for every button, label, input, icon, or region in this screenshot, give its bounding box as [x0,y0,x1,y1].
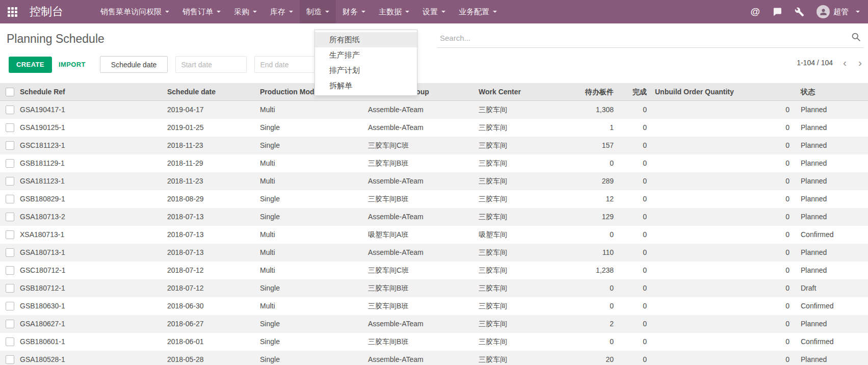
cell-schedule-ref: GSB180829-1 [18,190,163,208]
cell-pending-boards: 2 [557,315,617,333]
column-header-schedule-ref[interactable]: Schedule Ref [18,83,163,100]
row-checkbox[interactable] [6,159,14,168]
table-row[interactable]: GSC180712-1 2018-07-12 Multi 三胶车间C班 三胶车间… [0,262,868,279]
cell-pending-boards: 0 [557,297,617,315]
search-icon[interactable] [851,32,861,44]
dropdown-menu-item[interactable]: 拆解单 [315,78,417,93]
chevron-down-icon [361,11,365,13]
column-header-pending-boards[interactable]: 待办板件 [557,83,617,100]
row-checkbox[interactable] [6,141,14,150]
row-checkbox[interactable] [6,302,14,310]
column-header-done[interactable]: 完成 [617,83,650,100]
cell-unbuild-order-quantity: 0 [650,297,795,315]
cell-done: 0 [617,172,650,190]
cell-unbuild-order-quantity: 0 [650,279,795,297]
cell-production-group: Assemble-ATeam [365,172,474,190]
cell-production-group: Assemble-ATeam [365,208,474,226]
row-checkbox[interactable] [6,213,14,221]
menu-item-label: 制造 [306,7,322,17]
cell-unbuild-order-quantity: 0 [650,172,795,190]
table-row[interactable]: GSA180713-1 2018-07-13 Multi Assemble-AT… [0,244,868,262]
start-date-input[interactable] [175,56,247,73]
menu-item[interactable]: 库存 [264,0,300,23]
search-input[interactable] [437,34,851,42]
row-checkbox[interactable] [6,123,14,132]
cell-unbuild-order-quantity: 0 [650,333,795,351]
menu-item[interactable]: 采购 [227,0,264,23]
menu-item-label: 库存 [270,7,285,17]
column-header-schedule-date[interactable]: Schedule date [163,83,258,100]
table-row[interactable]: GSA180627-1 2018-06-27 Single Assemble-A… [0,315,868,333]
table-row[interactable]: GSC181123-1 2018-11-23 Single 三胶车间C班 三胶车… [0,137,868,154]
column-header-work-center[interactable]: Work Center [474,83,557,100]
cell-pending-boards: 110 [557,244,617,262]
mentions-icon[interactable]: @ [750,6,760,17]
select-all-checkbox[interactable] [6,88,14,96]
column-header-status[interactable]: 状态 [795,83,868,100]
cell-schedule-ref: GSC180712-1 [18,262,163,279]
cell-unbuild-order-quantity: 0 [650,154,795,172]
table-row[interactable]: GSB181129-1 2018-11-29 Multi 三胶车间B班 三胶车间… [0,154,868,172]
table-row[interactable]: XSA180713-1 2018-07-13 Multi 吸塑车间A班 吸塑车间… [0,226,868,244]
row-checkbox[interactable] [6,266,14,275]
create-button[interactable]: CREATE [9,57,52,73]
app-title[interactable]: 控制台 [30,4,63,19]
menu-item[interactable]: 主数据 [372,0,416,23]
cell-schedule-ref: XSA180713-1 [18,226,163,244]
row-checkbox[interactable] [6,248,14,257]
table-row[interactable]: GSA190125-1 2019-01-25 Single Assemble-A… [0,119,868,137]
table-row[interactable]: GSB180712-1 2018-07-12 Single 三胶车间B班 三胶车… [0,279,868,297]
row-checkbox[interactable] [6,320,14,328]
cell-production-group: 三胶车间B班 [365,279,474,297]
cell-work-center: 三胶车间 [474,262,557,279]
menu-item[interactable]: 销售订单 [176,0,227,23]
table-body: GSA190417-1 2019-04-17 Multi Assemble-AT… [0,101,868,365]
schedule-date-filter-button[interactable]: Schedule date [100,56,168,73]
dropdown-menu-item[interactable]: 生产排产 [315,47,417,63]
table-row[interactable]: GSA180528-1 2018-05-28 Single Assemble-A… [0,351,868,365]
table-row[interactable]: GSB180630-1 2018-06-30 Multi 三胶车间B班 三胶车间… [0,297,868,315]
menu-item[interactable]: 财务 [336,0,372,23]
cell-work-center: 三胶车间 [474,101,557,119]
pager-next-button[interactable]: › [857,57,863,68]
cell-pending-boards: 0 [557,226,617,244]
menu-item[interactable]: 业务配置 [452,0,504,23]
table-row[interactable]: GSA190417-1 2019-04-17 Multi Assemble-AT… [0,101,868,119]
cell-production-group: 三胶车间C班 [365,137,474,154]
row-checkbox[interactable] [6,177,14,186]
row-checkbox[interactable] [6,230,14,239]
page-title: Planning Schedule [7,32,104,46]
row-checkbox[interactable] [6,106,14,114]
cell-production-group: 吸塑车间A班 [365,226,474,244]
row-checkbox[interactable] [6,355,14,364]
table-row[interactable]: GSA180713-2 2018-07-13 Single Assemble-A… [0,208,868,226]
dropdown-menu-item[interactable]: 排产计划 [315,63,417,78]
cell-production-mode: Single [258,190,365,208]
user-menu[interactable]: 超管 [817,5,860,18]
cell-production-group: 三胶车间C班 [365,262,474,279]
menu-item[interactable]: 销售菜单访问权限 [94,0,176,23]
table-row[interactable]: GSB180601-1 2018-06-01 Single 三胶车间B班 三胶车… [0,333,868,351]
cell-schedule-ref: GSB180630-1 [18,297,163,315]
row-checkbox[interactable] [6,337,14,346]
chevron-down-icon [165,11,169,13]
row-checkbox[interactable] [6,195,14,203]
menu-item-label: 设置 [423,7,438,17]
wrench-icon[interactable] [795,7,804,17]
menu-item[interactable]: 制造 [300,0,336,23]
cell-production-mode: Multi [258,244,365,262]
menu-item-label: 销售菜单访问权限 [100,7,162,17]
column-header-unbuild-order-quantity[interactable]: Unbuild Order Quantity [650,83,795,100]
dropdown-menu-item[interactable]: 所有图纸 [315,32,417,47]
end-date-input[interactable] [254,56,321,73]
chat-icon[interactable] [772,7,782,17]
import-button[interactable]: IMPORT [59,61,86,68]
apps-grid-icon[interactable] [8,7,17,17]
table-row[interactable]: GSB180829-1 2018-08-29 Single 三胶车间B班 三胶车… [0,190,868,208]
menu-item[interactable]: 设置 [416,0,452,23]
menu-item-label: 业务配置 [459,7,489,17]
pager-previous-button[interactable]: ‹ [841,57,848,68]
row-checkbox[interactable] [6,284,14,293]
table-row[interactable]: GSA181123-1 2018-11-23 Multi Assemble-AT… [0,172,868,190]
cell-status: Confirmed [795,297,868,315]
